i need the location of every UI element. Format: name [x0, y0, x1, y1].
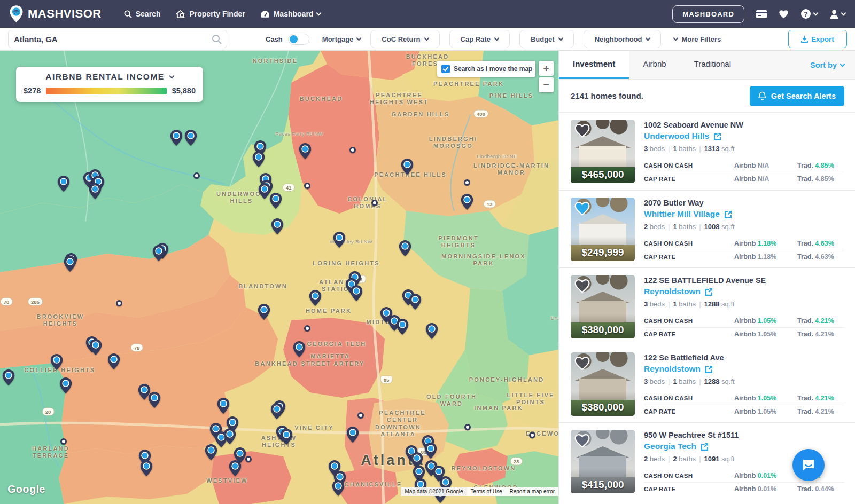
tab-airbnb[interactable]: Airbnb: [629, 51, 680, 79]
property-map-pin[interactable]: [281, 429, 293, 445]
property-map-pin[interactable]: [108, 353, 120, 369]
help-menu[interactable]: ?: [800, 9, 818, 19]
listing-neighborhood-link[interactable]: Reynoldstown: [644, 364, 844, 374]
property-map-pin[interactable]: [351, 285, 363, 301]
location-search-box[interactable]: [8, 30, 227, 48]
small-map-dot[interactable]: [60, 438, 67, 445]
property-map-pin[interactable]: [270, 193, 282, 209]
property-map-pin[interactable]: [205, 444, 217, 460]
small-map-dot[interactable]: [245, 456, 252, 462]
cash-mortgage-toggle[interactable]: [288, 34, 309, 45]
report-map-error-link[interactable]: Report a map error: [506, 487, 558, 496]
listing-neighborhood-link[interactable]: Whittier Mill Village: [644, 209, 844, 219]
listing-photo[interactable]: $415,000: [571, 430, 635, 493]
terms-of-use-link[interactable]: Terms of Use: [467, 487, 506, 496]
listing-card[interactable]: $465,000 1002 Seaboard Avenue NW Underwo…: [559, 113, 855, 190]
property-map-pin[interactable]: [258, 304, 270, 320]
heatmap-map[interactable]: NORTHSIDEBUCKHEADFORESTPEACHTREE PARKPIN…: [0, 51, 558, 504]
location-input[interactable]: [14, 35, 206, 44]
listing-address[interactable]: 122 SE BATTLEFIELD Avenue SE: [644, 276, 844, 285]
small-map-dot[interactable]: [371, 200, 378, 206]
property-map-pin[interactable]: [60, 377, 72, 393]
small-map-dot[interactable]: [304, 183, 310, 189]
listing-card[interactable]: $249,999 2070 Butler Way Whittier Mill V…: [559, 190, 855, 267]
small-map-dot[interactable]: [349, 147, 356, 153]
listing-photo[interactable]: $465,000: [571, 120, 635, 183]
property-map-pin[interactable]: [293, 341, 306, 357]
chat-messenger-button[interactable]: [792, 449, 825, 481]
property-map-pin[interactable]: [401, 159, 414, 175]
property-map-pin[interactable]: [153, 245, 165, 261]
favorite-heart-icon[interactable]: [574, 433, 590, 448]
property-map-pin[interactable]: [259, 183, 271, 199]
property-map-pin[interactable]: [170, 130, 183, 146]
listing-address[interactable]: 950 W Peachtree St #1511: [644, 431, 844, 439]
property-map-pin[interactable]: [64, 256, 76, 272]
property-map-pin[interactable]: [271, 218, 284, 234]
favorite-heart-icon[interactable]: [574, 278, 590, 294]
zoom-in-button[interactable]: +: [539, 61, 554, 76]
property-map-pin[interactable]: [333, 232, 346, 248]
favorite-heart-icon[interactable]: [574, 356, 590, 371]
search-icon[interactable]: [212, 34, 222, 46]
tab-traditional[interactable]: Traditional: [680, 51, 745, 79]
listing-address[interactable]: 2070 Butler Way: [644, 199, 844, 207]
heatmap-metric-dropdown[interactable]: AIRBNB RENTAL INCOME: [24, 72, 196, 82]
favorite-heart-icon[interactable]: [574, 123, 590, 138]
listing-photo[interactable]: $380,000: [571, 275, 635, 338]
property-map-pin[interactable]: [425, 443, 437, 459]
zoom-out-button[interactable]: −: [539, 77, 554, 92]
search-as-move-checkbox[interactable]: Search as I move the map: [437, 61, 535, 77]
property-map-pin[interactable]: [461, 194, 473, 210]
nav-item-mashboard[interactable]: Mashboard: [260, 10, 321, 18]
property-map-pin[interactable]: [90, 339, 102, 355]
property-map-pin[interactable]: [141, 460, 153, 476]
listing-photo[interactable]: $380,000: [571, 352, 635, 416]
mashboard-button[interactable]: MASHBOARD: [672, 5, 744, 23]
listing-photo[interactable]: $249,999: [571, 198, 635, 261]
property-map-pin[interactable]: [253, 151, 265, 167]
tab-investment[interactable]: Investment: [559, 51, 629, 79]
property-map-pin[interactable]: [399, 240, 411, 256]
listing-address[interactable]: 1002 Seaboard Avenue NW: [644, 121, 844, 129]
property-map-pin[interactable]: [149, 392, 161, 408]
get-search-alerts-button[interactable]: Get Search Alerts: [750, 86, 844, 106]
checkbox-checked-icon[interactable]: [441, 65, 450, 73]
budget-filter[interactable]: Budget: [519, 30, 574, 48]
listing-card[interactable]: $380,000 122 Se Battlefield Ave Reynolds…: [559, 345, 855, 422]
property-map-pin[interactable]: [58, 176, 70, 192]
small-map-dot[interactable]: [116, 300, 122, 306]
mashvisor-logo[interactable]: MASHVISOR: [10, 5, 102, 22]
property-map-pin[interactable]: [309, 290, 322, 306]
small-map-dot[interactable]: [464, 424, 471, 430]
property-map-pin[interactable]: [299, 143, 312, 159]
small-map-dot[interactable]: [357, 412, 364, 419]
listing-neighborhood-link[interactable]: Reynoldstown: [644, 287, 844, 296]
property-map-pin[interactable]: [229, 460, 242, 476]
property-map-pin[interactable]: [397, 319, 409, 335]
neighborhood-filter[interactable]: Neighborhood: [584, 30, 662, 48]
export-button[interactable]: Export: [788, 30, 847, 48]
property-map-pin[interactable]: [3, 369, 15, 385]
small-map-dot[interactable]: [464, 179, 470, 186]
property-map-pin[interactable]: [89, 183, 102, 199]
property-map-pin[interactable]: [185, 130, 197, 146]
property-map-pin[interactable]: [51, 354, 63, 370]
property-map-pin[interactable]: [409, 294, 422, 310]
small-map-dot[interactable]: [529, 432, 535, 438]
property-map-pin[interactable]: [347, 427, 359, 443]
favorites-heart-icon[interactable]: [779, 10, 789, 19]
listing-neighborhood-link[interactable]: Underwood Hills: [644, 131, 844, 141]
property-map-pin[interactable]: [426, 323, 438, 339]
mortgage-dropdown[interactable]: Mortgage: [322, 35, 361, 43]
billing-card-icon[interactable]: [756, 10, 767, 18]
coc-return-filter[interactable]: CoC Return: [370, 30, 439, 48]
listing-card[interactable]: $380,000 122 SE BATTLEFIELD Avenue SE Re…: [559, 267, 855, 345]
listing-address[interactable]: 122 Se Battlefield Ave: [644, 353, 844, 362]
small-map-dot[interactable]: [304, 325, 310, 332]
property-map-pin[interactable]: [224, 428, 236, 444]
user-menu[interactable]: [829, 9, 845, 19]
more-filters[interactable]: More Filters: [674, 35, 721, 43]
nav-item-property-finder[interactable]: Property Finder: [175, 10, 245, 19]
cap-rate-filter[interactable]: Cap Rate: [449, 30, 510, 48]
